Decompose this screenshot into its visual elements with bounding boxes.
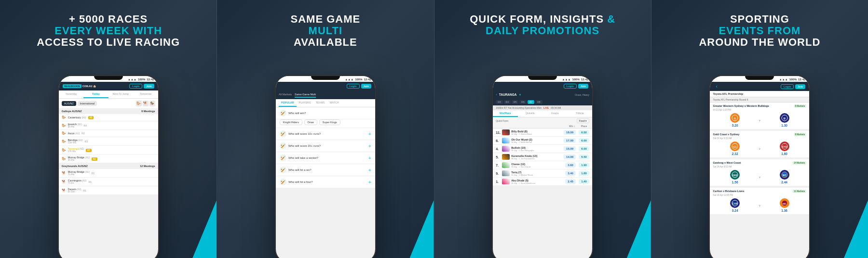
win-odds[interactable]: 2.45 (565, 179, 576, 184)
meeting-row[interactable]: 🐎 Ascot (AU) R1 (59, 130, 158, 137)
question-four[interactable]: 🏏 Who will hit a four? + (276, 176, 375, 188)
tab-today[interactable]: Today (83, 90, 108, 98)
meeting-row-grey[interactable]: 🐕 Cannington (AU) 7h 6m R1 (59, 178, 158, 186)
runner-row-5[interactable]: 7. Cleese (12) 56.1kg · J. Sam Garott 3.… (493, 161, 592, 169)
runner-row-1[interactable]: 11. Billy Bold (8) 58.6kg · J. Darren Da… (493, 129, 592, 137)
header-buttons-2[interactable]: Login Join (347, 84, 371, 89)
horse-racing-icon[interactable]: 🐎 (136, 101, 142, 106)
meeting-row[interactable]: 🐎 Ipswich (AU) 3h 44s R4 (59, 121, 158, 130)
back-btn-4[interactable]: ‹ (714, 84, 719, 89)
chip-draw[interactable]: Draw (304, 119, 317, 125)
match-row-2[interactable]: Gold Coast v Sydney Sat 24 Apr 9:15 AM 8… (710, 131, 809, 159)
place-odds[interactable]: 6.50 (579, 130, 589, 135)
racing-nav-tabs[interactable]: Yesterday Today Next To Jump Tomorrow (59, 90, 158, 99)
region-ausnz[interactable]: AUS/NZ (62, 101, 76, 106)
runner-row-6[interactable]: 9. Tariq (7) 56.1kg · J. Michael Mcrak 3… (493, 169, 592, 178)
tab-next-to-jump[interactable]: Next To Jump (108, 90, 134, 98)
login-btn-1[interactable]: Login (129, 84, 142, 89)
bet-type-tabs[interactable]: Win/Place Quinella Exacta Trifecta (493, 110, 592, 117)
meeting-row-grey[interactable]: 🐕 Murray Bridge (AU) 7h 44s R1 (59, 169, 158, 178)
meeting-row[interactable]: 🐎 Canterbury (AU) R3 (59, 114, 158, 121)
meeting-row-grey[interactable]: 🐕 Darwin (AU) 5h 55m R1 (59, 186, 158, 195)
meeting-row[interactable]: 🐎 Bendigo (AU) 23m 44s R3 (59, 137, 158, 146)
bet-type-quinella[interactable]: Quinella (518, 110, 543, 117)
join-btn-3[interactable]: Join (578, 84, 588, 89)
login-btn-3[interactable]: Login (564, 84, 577, 89)
login-btn-4[interactable]: Login (781, 84, 794, 89)
sgm-market-tabs[interactable]: All Markets Same Game Multi (276, 90, 375, 99)
place-odds[interactable]: 1.40 (579, 179, 589, 184)
tab-popular[interactable]: POPULAR (279, 99, 297, 107)
round-r7[interactable]: R7 (528, 100, 534, 104)
win-odds[interactable]: 14.00 (564, 155, 576, 159)
plus-icon-2[interactable]: + (368, 131, 371, 137)
tab-same-game-multi[interactable]: Same Game Multi (295, 92, 316, 98)
match-row-1[interactable]: Greater Western Sydney v Western Bulldog… (710, 103, 809, 131)
question-20-runs[interactable]: 🏏 Who will score 20+ runs? + (276, 140, 375, 152)
round-r4[interactable]: R4 (504, 100, 511, 104)
question-wicket[interactable]: 🏏 Who will take a wicket? + (276, 152, 375, 164)
chip-knight-riders[interactable]: Knight Riders (280, 119, 302, 125)
fixed-select[interactable]: Fixed ▾ (577, 118, 590, 123)
round-r6[interactable]: R6 (519, 100, 526, 104)
win-odds[interactable]: 17.00 (564, 138, 576, 143)
region-international[interactable]: International (78, 101, 97, 106)
match-row-3[interactable]: Geelong v West Coast Sat 24 Apr 9:15 AM … (710, 159, 809, 188)
join-btn-2[interactable]: Join (361, 84, 371, 89)
meeting-row[interactable]: 🐎 Tauranga (NZ) 17h 44s R7 (59, 146, 158, 155)
place-odds[interactable]: 1.80 (579, 171, 589, 176)
tab-players[interactable]: PLAYERS (297, 99, 313, 107)
header-buttons-1[interactable]: Login Join (129, 84, 154, 89)
meeting-row[interactable]: 🐎 Murray Bridge (AU) 3h 44s R2 (59, 155, 158, 163)
win-odds[interactable]: 15.00 (564, 146, 576, 151)
meeting-time-sub: 7h 6m (68, 182, 87, 184)
join-btn-1[interactable]: Join (144, 84, 154, 89)
cricket-nav-tabs[interactable]: POPULAR PLAYERS TEAMS MATCH (276, 99, 375, 107)
place-odds[interactable]: 6.00 (579, 138, 589, 143)
race-rounds[interactable]: R3 R4 R5 R6 R7 R8 (493, 99, 592, 105)
place-odds[interactable]: 6.00 (579, 146, 589, 151)
login-btn-2[interactable]: Login (347, 84, 360, 89)
question-six[interactable]: 🏏 Who will hit a six? + (276, 164, 375, 176)
question-10-runs[interactable]: 🏏 Who will score 10+ runs? + (276, 128, 375, 140)
runner-row-7[interactable]: 1. Abu Dhabi (5) 56.1kg · J. Steve Hawth… (493, 178, 592, 186)
plus-icon-4[interactable]: + (368, 155, 371, 161)
bet-type-exacta[interactable]: Exacta (542, 110, 568, 117)
win-odds[interactable]: 18.00 (564, 130, 576, 135)
dropdown-icon[interactable]: ▼ (519, 93, 522, 96)
match-row-4[interactable]: Carlton v Brisbane Lions Sat 24 Apr 12:0… (710, 188, 809, 216)
round-r5[interactable]: R5 (512, 100, 518, 104)
answer-chips-win[interactable]: Knight Riders Draw Super Kings (276, 119, 375, 128)
live-badge: LIVE (543, 106, 549, 109)
tab-all-markets[interactable]: All Markets (279, 92, 292, 98)
tab-match[interactable]: MATCH (327, 99, 341, 107)
tab-tomorrow[interactable]: Tomorrow (133, 90, 158, 98)
place-odds[interactable]: 1.90 (579, 163, 589, 168)
win-odds[interactable]: 3.60 (565, 163, 576, 168)
place-odds[interactable]: 5.50 (579, 155, 589, 159)
join-btn-4[interactable]: Join (795, 84, 805, 89)
panel-sports: SPORTING EVENTS FROM AROUND THE WORLD ▲▲… (651, 0, 868, 258)
back-btn-3[interactable]: ‹ (496, 92, 497, 97)
runner-row-4[interactable]: 5. Karamella Koala (13) 38.1kg · J. Joe … (493, 153, 592, 161)
runner-info: Abu Dhabi (5) 56.1kg · J. Steve Hawthorn… (511, 179, 564, 184)
tab-yesterday[interactable]: Yesterday (59, 90, 84, 98)
round-r3[interactable]: R3 (496, 100, 502, 104)
greyhound-icon[interactable]: 🐕 (143, 101, 149, 106)
bet-type-trifecta[interactable]: Trifecta (568, 110, 593, 117)
tab-teams[interactable]: TEAMS (313, 99, 327, 107)
runner-row-2[interactable]: 6. Oh Our Wyatt (2) 58.6kg · J. Elliott … (493, 137, 592, 145)
plus-icon-5[interactable]: + (368, 168, 371, 173)
header-buttons-3[interactable]: Login Join (564, 84, 588, 89)
question-text-2: Who will score 10+ runs? (288, 132, 366, 135)
win-odds[interactable]: 3.40 (565, 171, 576, 176)
plus-icon-3[interactable]: + (368, 143, 371, 149)
harness-icon[interactable]: 🏇 (149, 101, 155, 106)
chip-super-kings[interactable]: Super Kings (319, 119, 340, 125)
question-who-will-win[interactable]: 🏏 Who will win? (276, 107, 375, 119)
bet-type-winplace[interactable]: Win/Place (493, 110, 518, 117)
round-r8[interactable]: R8 (535, 100, 542, 104)
plus-icon-6[interactable]: + (368, 180, 371, 185)
header-buttons-4[interactable]: Login Join (781, 84, 805, 89)
runner-row-3[interactable]: 4. Bullish (10) 56.1kg · J. Kah Narayagh… (493, 145, 592, 153)
